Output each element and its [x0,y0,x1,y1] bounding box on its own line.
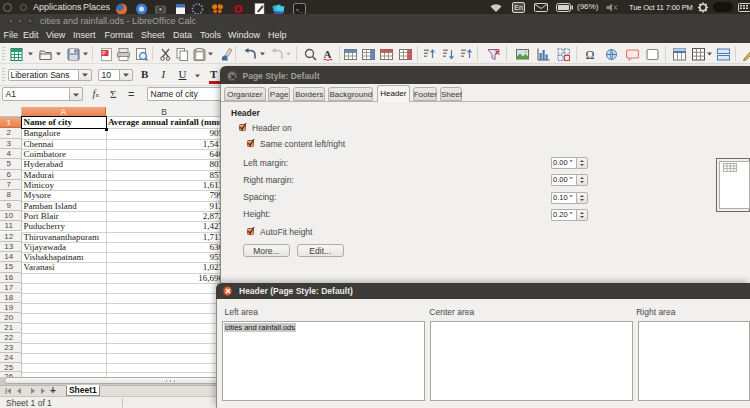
svg-text:P: P [102,50,106,56]
svg-text:Ω: Ω [585,48,594,61]
svg-text:A: A [324,48,332,60]
svg-text:>_: >_ [296,7,304,14]
